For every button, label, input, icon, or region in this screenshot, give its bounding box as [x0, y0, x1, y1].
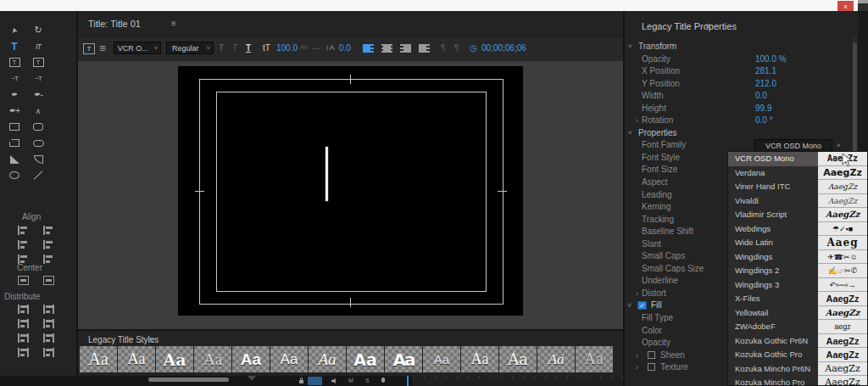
font-preview: ☂✓▪■: [818, 222, 867, 237]
path-type-tool[interactable]: ~T: [3, 70, 26, 87]
vertical-type-tool[interactable]: IT: [26, 38, 50, 54]
faux-italic-icon[interactable]: T: [232, 43, 237, 53]
microphone-icon[interactable]: [381, 378, 385, 383]
font-option[interactable]: Vladimir Script AaegZz: [728, 208, 867, 222]
texture-checkbox[interactable]: [648, 363, 655, 371]
distribute-vertical-top-icon[interactable]: [36, 302, 61, 316]
arc-tool[interactable]: [26, 151, 50, 167]
style-swatch[interactable]: Aa: [309, 346, 346, 372]
style-swatch[interactable]: Aa: [461, 346, 498, 372]
distribute-vertical-center-icon[interactable]: [36, 316, 61, 331]
title-safe-guide: [216, 92, 487, 292]
font-option[interactable]: X-Files AaegZz: [728, 292, 867, 306]
style-swatch[interactable]: Aa: [499, 346, 537, 372]
fill-checkbox[interactable]: ✓: [637, 301, 647, 310]
style-properties-icon[interactable]: ≣: [99, 43, 106, 53]
font-option[interactable]: Kozuka Mincho Pr6N AaegZz: [728, 362, 867, 377]
vertical-path-type-tool[interactable]: ~T: [26, 70, 50, 87]
center-horizontal-icon[interactable]: [36, 273, 61, 288]
style-swatch[interactable]: Aa: [423, 346, 460, 372]
title-canvas[interactable]: [78, 61, 623, 329]
distribute-vertical-even-icon[interactable]: [36, 345, 61, 360]
font-option[interactable]: Wingdings 2 ✍☞✂✆: [728, 264, 867, 278]
align-vertical-top-icon[interactable]: [36, 223, 61, 238]
font-option[interactable]: Wingdings ✈☎✂☺: [728, 250, 867, 265]
show-video-clock-icon[interactable]: ◷: [470, 43, 477, 53]
font-browser-icon[interactable]: T: [83, 43, 95, 54]
rectangle-tool[interactable]: [3, 119, 26, 135]
style-swatch[interactable]: Aa: [80, 346, 117, 372]
add-anchor-point-tool[interactable]: ✒+: [3, 103, 26, 119]
track-target-button[interactable]: [308, 377, 322, 385]
font-option[interactable]: Wide Latin Aaeg: [728, 236, 867, 250]
clipped-corner-rectangle-tool[interactable]: [3, 135, 26, 151]
font-option[interactable]: Vivaldi AaegZz: [728, 194, 867, 209]
style-swatch[interactable]: Aa: [576, 346, 613, 372]
font-option[interactable]: ZWAdobeF aegz: [728, 320, 867, 334]
video-frame[interactable]: [178, 66, 523, 316]
transform-section-header[interactable]: ˅ Transform: [625, 41, 851, 53]
style-swatch[interactable]: Aa: [385, 346, 422, 372]
properties-section-header[interactable]: ˅ Properties: [625, 127, 851, 140]
mute-button[interactable]: M: [348, 378, 353, 383]
sheen-checkbox[interactable]: [648, 351, 655, 359]
pen-tool[interactable]: ✒: [3, 87, 26, 103]
distribute-horizontal-left-icon[interactable]: [10, 302, 36, 316]
selection-tool[interactable]: ➤: [3, 22, 26, 38]
panel-menu-icon[interactable]: ≡: [706, 21, 711, 31]
distribute-vertical-bottom-icon[interactable]: [36, 331, 61, 345]
ellipse-tool[interactable]: [3, 167, 26, 183]
underline-icon[interactable]: T: [246, 43, 251, 53]
distribute-horizontal-right-icon[interactable]: [10, 331, 36, 345]
font-option[interactable]: Wingdings 3 ↶⇦⇨→: [728, 278, 867, 293]
font-option[interactable]: Kozuka Gothic Pr6N AaegZz: [728, 334, 867, 349]
chevron-down-icon[interactable]: ˅: [837, 142, 841, 149]
font-option[interactable]: Viner Hand ITC AaegZz: [728, 180, 867, 194]
font-style-select[interactable]: Regular ˅: [166, 42, 214, 54]
font-family-select[interactable]: VCR O... ˅: [114, 42, 161, 54]
panel-menu-icon[interactable]: ≡: [171, 19, 176, 28]
solo-button[interactable]: S: [365, 378, 370, 383]
vertical-area-type-tool[interactable]: T: [26, 54, 50, 70]
style-swatch[interactable]: Aa: [118, 346, 155, 372]
distribute-horizontal-even-icon[interactable]: [10, 345, 36, 360]
type-tool[interactable]: T: [3, 38, 26, 54]
delete-anchor-point-tool[interactable]: ✒-: [26, 87, 50, 103]
style-swatch[interactable]: Aa: [232, 346, 270, 372]
align-section-label: Align: [22, 212, 41, 221]
font-option[interactable]: Kozuka Gothic Pro AaegZz: [728, 348, 867, 362]
align-horizontal-center-icon[interactable]: [10, 238, 36, 252]
distribute-horizontal-center-icon[interactable]: [10, 316, 36, 331]
track-lock-icon[interactable]: [299, 380, 303, 383]
playhead-marker-icon[interactable]: [248, 376, 256, 381]
wedge-tool[interactable]: [3, 151, 26, 167]
style-swatch[interactable]: Aa: [194, 346, 231, 372]
legacy-title-editor: x ➤ ↻ T IT T T ~T ~T: [0, 0, 868, 386]
align-horizontal-left-icon[interactable]: [10, 223, 36, 238]
style-swatch[interactable]: Aa: [347, 346, 384, 372]
font-option[interactable]: Yellowtail AaegZz: [728, 306, 867, 321]
leading-value[interactable]: 0.0: [339, 43, 351, 53]
rounded-rectangle-tool[interactable]: [26, 119, 50, 135]
font-size-value[interactable]: 100.0: [276, 43, 298, 53]
playhead-line[interactable]: [407, 376, 409, 386]
round-rectangle-tool[interactable]: [26, 135, 50, 151]
center-vertical-icon[interactable]: [10, 273, 36, 288]
align-vertical-center-icon[interactable]: [36, 238, 61, 252]
horizontal-scrollbar[interactable]: [148, 378, 229, 382]
speaker-icon[interactable]: [331, 378, 337, 383]
style-swatch[interactable]: Aa: [270, 346, 308, 372]
kerning-icon: AV: [300, 43, 309, 51]
rotation-tool[interactable]: ↻: [26, 22, 50, 38]
line-tool[interactable]: [26, 167, 50, 183]
background-timecode[interactable]: 00;00;06;06: [481, 43, 526, 53]
area-type-tool[interactable]: T: [3, 54, 26, 70]
font-option[interactable]: Webdings ☂✓▪■: [728, 222, 867, 237]
window-close-button[interactable]: x: [837, 1, 854, 11]
convert-anchor-point-tool[interactable]: ∧: [26, 103, 50, 119]
panel-menu-icon[interactable]: ≡: [149, 335, 154, 344]
faux-bold-icon[interactable]: T: [219, 43, 224, 53]
style-swatch[interactable]: Aa: [156, 346, 193, 372]
font-option[interactable]: Kozuka Mincho Pro AaegZz: [728, 376, 867, 386]
style-swatch[interactable]: Aa: [537, 346, 575, 372]
